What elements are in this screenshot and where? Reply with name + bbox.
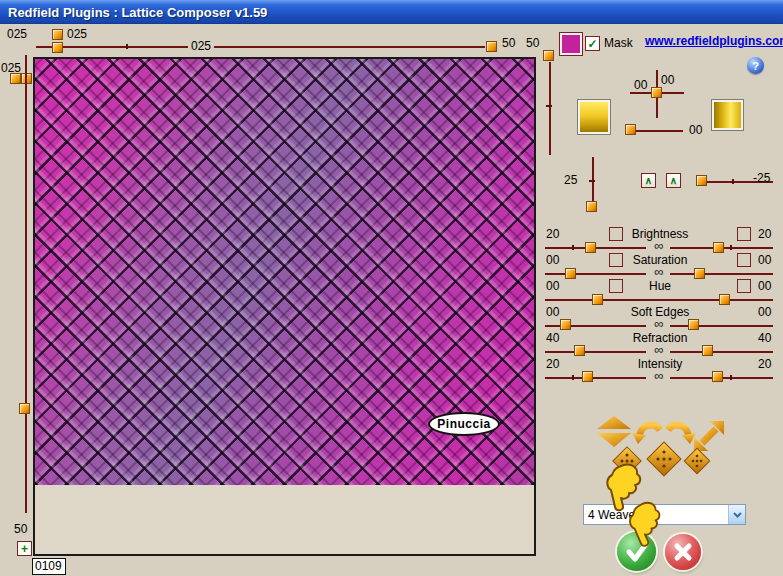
- offset-slider-track[interactable]: [629, 130, 683, 132]
- horizontal-offset-tick: [732, 179, 734, 184]
- watermark-badge: Pinuccia: [428, 412, 500, 436]
- right-edge-slider-track[interactable]: [549, 62, 551, 155]
- top-left-value: 025: [7, 28, 27, 41]
- row-right-handle[interactable]: [688, 319, 699, 330]
- row-right-handle[interactable]: [712, 371, 723, 382]
- watermark-text: Pinuccia: [437, 417, 490, 431]
- row-tick: [572, 375, 574, 380]
- row-tick: [730, 375, 732, 380]
- row-right-checkbox[interactable]: [737, 227, 751, 241]
- mask-check-icon: ✓: [587, 37, 597, 51]
- top-slider-track[interactable]: [36, 46, 485, 48]
- top-right-value-2: 50: [526, 37, 539, 50]
- rotate-left-icon[interactable]: [632, 417, 665, 444]
- counter-box: 0109: [32, 558, 66, 575]
- gradient-swatch-left[interactable]: [578, 100, 610, 134]
- top-track-tick: [126, 44, 128, 49]
- row-right-track[interactable]: [670, 273, 773, 275]
- weave-dice-icon-2[interactable]: [646, 441, 682, 477]
- row-left-value: 20: [546, 228, 559, 241]
- row-right-value: 20: [758, 228, 771, 241]
- rotate-right-icon[interactable]: [663, 417, 696, 444]
- cancel-button[interactable]: [665, 534, 701, 570]
- cross-handle[interactable]: [651, 87, 662, 98]
- flip-vertical-icon[interactable]: [597, 416, 631, 447]
- gradient-swatch-right[interactable]: [712, 100, 743, 130]
- plus-icon: +: [21, 543, 28, 555]
- row-right-checkbox[interactable]: [737, 279, 751, 293]
- row-left-handle[interactable]: [582, 371, 593, 382]
- mask-color-swatch[interactable]: [560, 33, 582, 55]
- row-left-value: 20: [546, 358, 559, 371]
- row-left-value: 00: [546, 254, 559, 267]
- top-handle-value: 025: [67, 28, 87, 41]
- step-up-button-2[interactable]: ∧: [666, 173, 681, 188]
- cross-left-value: 00: [634, 79, 647, 92]
- row-right-value: 00: [758, 254, 771, 267]
- vertical-offset-handle[interactable]: [586, 201, 597, 212]
- dropdown-chevron-icon[interactable]: [728, 505, 745, 524]
- preview-frame: Pinuccia: [33, 57, 536, 556]
- horizontal-offset-handle[interactable]: [696, 175, 707, 186]
- row-left-handle[interactable]: [574, 345, 585, 356]
- top-slider-handle-c[interactable]: [486, 41, 497, 52]
- link-sliders-icon[interactable]: ∞: [648, 266, 670, 277]
- step-up-button-1[interactable]: ∧: [641, 173, 656, 188]
- mask-checkbox[interactable]: ✓: [585, 36, 600, 51]
- row-right-handle[interactable]: [719, 294, 730, 305]
- vertical-offset-value: 25: [564, 174, 577, 187]
- row-left-handle[interactable]: [565, 268, 576, 279]
- row-right-track[interactable]: [670, 325, 773, 327]
- row-right-handle[interactable]: [702, 345, 713, 356]
- row-left-value: 00: [546, 280, 559, 293]
- row-tick: [572, 245, 574, 250]
- row-right-checkbox[interactable]: [737, 253, 751, 267]
- window-title: Redfield Plugins : Lattice Composer v1.5…: [8, 5, 267, 20]
- row-right-value: 20: [758, 358, 771, 371]
- row-left-value: 00: [546, 306, 559, 319]
- left-slider-handle-c[interactable]: [19, 403, 30, 414]
- row-right-handle[interactable]: [694, 268, 705, 279]
- row-right-value: 40: [758, 332, 771, 345]
- x-icon: [673, 542, 693, 562]
- row-left-handle[interactable]: [592, 294, 603, 305]
- row-full-track[interactable]: [545, 299, 773, 301]
- row-left-track[interactable]: [545, 377, 646, 379]
- link-sliders-icon[interactable]: ∞: [648, 344, 670, 355]
- offset-value: 00: [689, 124, 702, 137]
- counter-value: 0109: [35, 559, 62, 573]
- offset-slider-handle[interactable]: [625, 124, 636, 135]
- help-icon[interactable]: ?: [747, 57, 764, 74]
- row-left-track[interactable]: [545, 351, 646, 353]
- top-mid-value: 025: [188, 40, 214, 53]
- row-right-value: 00: [758, 306, 771, 319]
- row-right-value: 00: [758, 280, 771, 293]
- right-edge-slider-handle[interactable]: [543, 50, 554, 61]
- row-right-track[interactable]: [670, 351, 773, 353]
- top-right-value-1: 50: [502, 37, 515, 50]
- link-sliders-icon[interactable]: ∞: [648, 240, 670, 251]
- mask-label: Mask: [604, 37, 633, 50]
- left-rail-bottom-value: 50: [14, 523, 27, 536]
- chevron-up-icon: ∧: [645, 176, 652, 186]
- row-right-handle[interactable]: [713, 242, 724, 253]
- row-left-track[interactable]: [545, 273, 646, 275]
- link-sliders-icon[interactable]: ∞: [648, 318, 670, 329]
- row-label: Hue: [596, 280, 724, 293]
- horizontal-offset-value: -25: [753, 172, 770, 185]
- zoom-plus-button[interactable]: +: [17, 541, 32, 556]
- row-tick: [730, 245, 732, 250]
- left-slider-handle-a[interactable]: [10, 73, 21, 84]
- title-bar[interactable]: Redfield Plugins : Lattice Composer v1.5…: [0, 0, 783, 24]
- top-slider-handle-a[interactable]: [52, 29, 63, 40]
- weave-dice-icon-3[interactable]: [683, 447, 711, 475]
- row-left-handle[interactable]: [560, 319, 571, 330]
- website-link[interactable]: www.redfieldplugins.com: [645, 34, 783, 48]
- hand-cursor-icon-2: [622, 498, 667, 550]
- row-left-handle[interactable]: [585, 242, 596, 253]
- link-sliders-icon[interactable]: ∞: [648, 370, 670, 381]
- plugin-window: Redfield Plugins : Lattice Composer v1.5…: [0, 0, 783, 576]
- left-slider-track[interactable]: [25, 55, 27, 513]
- top-slider-handle-b[interactable]: [52, 42, 63, 53]
- cross-right-value: 00: [661, 74, 674, 87]
